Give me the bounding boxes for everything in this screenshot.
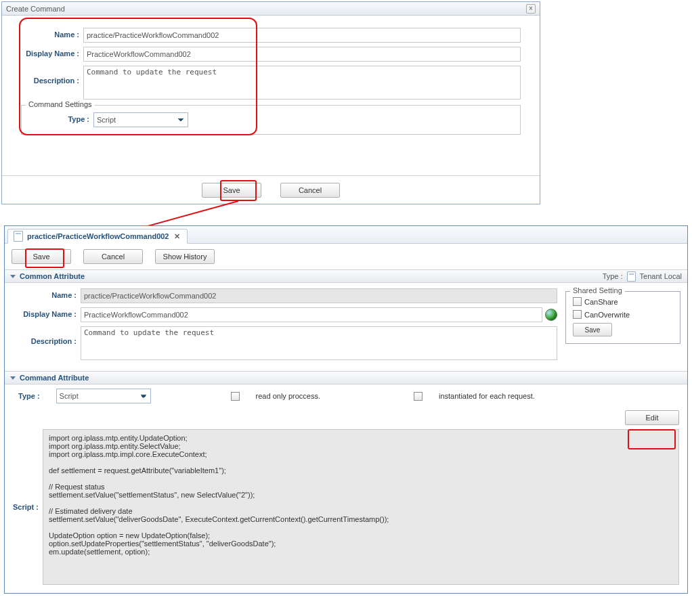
shared-setting-box: Shared Setting CanShare CanOverwrite Sav… (565, 291, 680, 344)
section-title: Common Attribute (20, 272, 85, 280)
type-select[interactable]: Script (93, 112, 188, 127)
fieldset-title: Command Settings (26, 100, 95, 108)
description-input[interactable] (83, 66, 521, 100)
canshare-label: CanShare (584, 298, 618, 306)
dialog-titlebar: Create Command × (2, 2, 540, 16)
section-command-attribute[interactable]: Command Attribute (5, 371, 687, 384)
dialog-footer: Save Cancel (2, 175, 540, 204)
section-common-attribute[interactable]: Common Attribute Type : Tenant Local (5, 269, 687, 283)
label-type: Type : (18, 392, 40, 400)
script-code[interactable]: import org.iplass.mtp.entity.UpdateOptio… (43, 429, 679, 585)
label-description: Description : (21, 66, 79, 85)
label-description: Description : (12, 326, 77, 345)
editor-panel: practice/PracticeWorkflowCommand002 ✕ Sa… (4, 225, 688, 594)
read-only-checkbox[interactable] (231, 392, 240, 401)
command-settings-fieldset: Command Settings Type : Script (21, 105, 521, 135)
shared-setting-title: Shared Setting (570, 286, 625, 294)
instantiated-label: instantiated for each request. (439, 392, 535, 400)
label-display-name: Display Name : (12, 307, 77, 318)
name-input[interactable] (83, 28, 521, 43)
toolbar: Save Cancel Show History (5, 244, 687, 269)
instantiated-checkbox[interactable] (414, 392, 423, 401)
save-button[interactable]: Save (12, 249, 71, 264)
tab-close-icon[interactable]: ✕ (173, 232, 181, 241)
edit-button[interactable]: Edit (625, 410, 679, 425)
display-name-input[interactable] (81, 307, 542, 322)
command-attribute-row: Type : Script read only proccess. instan… (5, 384, 687, 408)
label-type: Type : (31, 112, 89, 123)
chevron-down-icon (10, 376, 16, 380)
close-icon[interactable]: × (526, 4, 536, 14)
description-input[interactable] (81, 326, 557, 360)
tab-label: practice/PracticeWorkflowCommand002 (27, 232, 169, 240)
show-history-button[interactable]: Show History (155, 249, 215, 264)
document-icon (627, 271, 636, 282)
save-button[interactable]: Save (202, 183, 261, 198)
read-only-label: read only proccess. (256, 392, 320, 400)
tab-bar: practice/PracticeWorkflowCommand002 ✕ (5, 226, 687, 244)
canoverwrite-label: CanOverwrite (584, 311, 630, 319)
create-command-dialog: Create Command × Name : Display Name : D… (1, 1, 540, 204)
cancel-button[interactable]: Cancel (280, 183, 340, 198)
dialog-title: Create Command (6, 2, 65, 16)
display-name-input[interactable] (83, 47, 521, 62)
globe-icon[interactable] (545, 309, 557, 321)
type-value: Tenant Local (640, 272, 682, 280)
type-select[interactable]: Script (56, 389, 151, 403)
type-label: Type : (603, 272, 623, 280)
cancel-button[interactable]: Cancel (83, 249, 143, 264)
label-name: Name : (12, 288, 77, 299)
document-icon (14, 231, 23, 242)
canshare-checkbox[interactable] (573, 297, 582, 306)
label-display-name: Display Name : (21, 47, 79, 58)
section-title: Command Attribute (20, 374, 89, 382)
label-name: Name : (21, 28, 79, 39)
label-script: Script : (13, 429, 43, 585)
tab[interactable]: practice/PracticeWorkflowCommand002 ✕ (7, 229, 188, 244)
canoverwrite-checkbox[interactable] (573, 310, 582, 319)
name-input[interactable] (81, 288, 557, 303)
chevron-down-icon (10, 275, 16, 278)
shared-save-button[interactable]: Save (573, 323, 612, 336)
